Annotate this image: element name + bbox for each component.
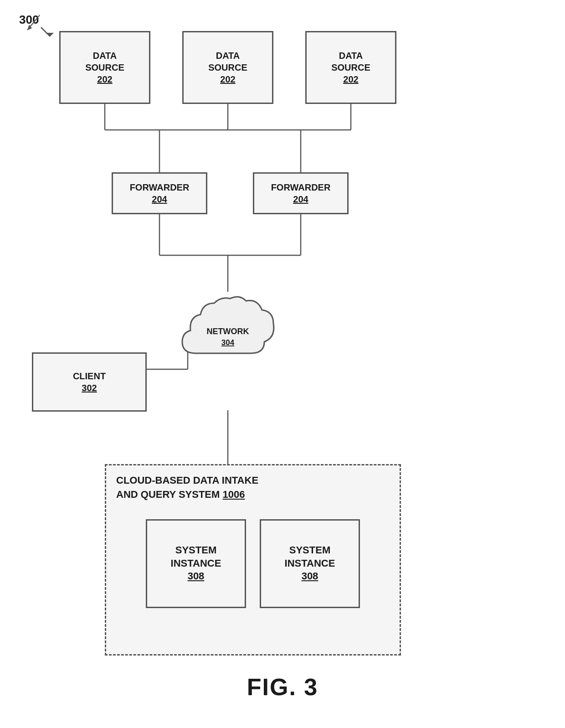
cloud-system-label: CLOUD-BASED DATA INTAKEAND QUERY SYSTEM … [116, 474, 258, 502]
system-instance-1-id: 308 [188, 570, 205, 583]
client-id: 302 [82, 382, 97, 394]
number-arrow [19, 13, 46, 36]
network-cloud-svg: NETWORK 304 [173, 289, 282, 372]
data-source-3-id: 202 [343, 73, 358, 85]
diagram-container: 300 DATASOURCE 202 DATASOURCE 202 DATASO… [0, 0, 565, 728]
system-instance-1: SYSTEMINSTANCE 308 [146, 519, 246, 608]
system-instance-2-id: 308 [302, 570, 318, 583]
data-source-1: DATASOURCE 202 [59, 31, 150, 104]
svg-text:304: 304 [221, 338, 235, 347]
data-source-3: DATASOURCE 202 [305, 31, 396, 104]
forwarder-2-id: 204 [293, 193, 308, 205]
network-cloud: NETWORK 304 [173, 289, 282, 373]
data-source-3-label: DATASOURCE [331, 50, 370, 73]
client-label: CLIENT [73, 370, 106, 382]
data-source-2-label: DATASOURCE [208, 50, 247, 73]
system-instance-2-label: SYSTEMINSTANCE [285, 544, 335, 570]
svg-marker-1 [46, 33, 54, 36]
data-source-1-id: 202 [97, 73, 112, 85]
forwarder-1: FORWARDER 204 [112, 172, 207, 214]
forwarder-1-label: FORWARDER [130, 181, 190, 193]
cloud-system-box: CLOUD-BASED DATA INTAKEAND QUERY SYSTEM … [105, 464, 401, 656]
svg-text:NETWORK: NETWORK [207, 327, 249, 336]
client-box: CLIENT 302 [32, 352, 147, 412]
data-source-1-label: DATASOURCE [85, 50, 124, 73]
system-instance-1-label: SYSTEMINSTANCE [171, 544, 221, 570]
figure-label: FIG. 3 [247, 673, 318, 701]
data-source-2-id: 202 [220, 73, 235, 85]
cloud-system-id: 1006 [222, 489, 245, 500]
data-source-2: DATASOURCE 202 [182, 31, 273, 104]
forwarder-2-label: FORWARDER [271, 181, 331, 193]
forwarder-1-id: 204 [152, 193, 167, 205]
system-instance-2: SYSTEMINSTANCE 308 [260, 519, 360, 608]
forwarder-2: FORWARDER 204 [253, 172, 349, 214]
